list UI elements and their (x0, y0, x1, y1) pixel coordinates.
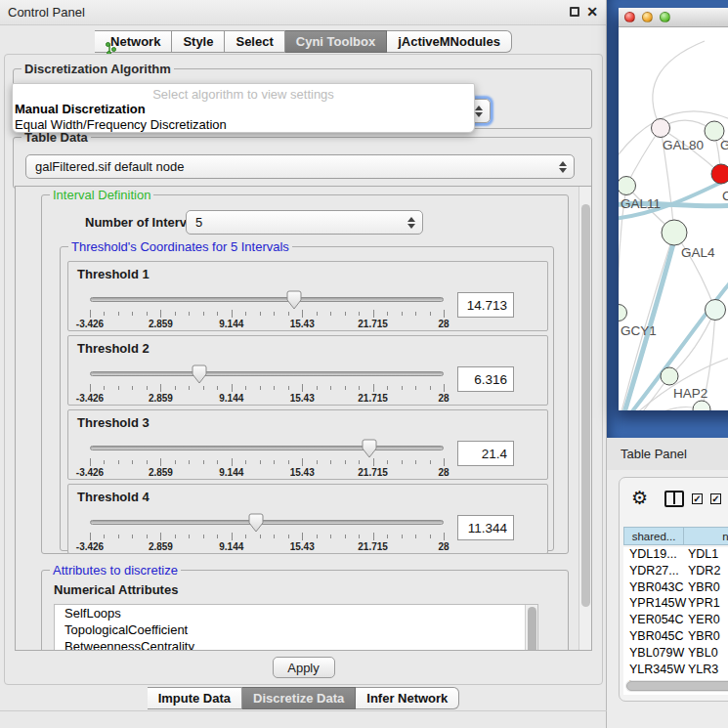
table-row[interactable]: YPR145W YPR1 (623, 596, 728, 613)
top-tab[interactable]: Cyni Toolbox (285, 30, 387, 53)
slider-handle[interactable] (362, 439, 377, 458)
bottom-tab[interactable]: Discretize Data (242, 687, 356, 709)
attribute-item[interactable]: SelfLoops (55, 605, 537, 621)
gear-icon[interactable]: ⚙ (631, 489, 648, 508)
close-window-icon[interactable] (624, 12, 635, 22)
bottom-tab[interactable]: Infer Network (356, 687, 459, 709)
cell-name: YDR2 (684, 564, 728, 580)
slider-handle[interactable] (248, 513, 264, 533)
threshold-slider[interactable]: -3.4262.8599.14415.4321.71528 (90, 437, 444, 478)
top-tab-label: Cyni Toolbox (296, 34, 375, 49)
threshold-value-input[interactable] (457, 515, 514, 540)
top-tab[interactable]: Style (172, 30, 225, 53)
node-bottom[interactable] (693, 401, 710, 410)
slider-track[interactable] (90, 446, 444, 450)
checkbox-icon[interactable]: ✓ (692, 493, 703, 504)
threshold-value-input[interactable] (457, 441, 514, 466)
control-panel: Control Panel ✕ Network Style Select (0, 0, 607, 728)
node-gal11[interactable] (619, 177, 636, 195)
combo-arrows-icon (555, 161, 571, 173)
close-panel-icon[interactable]: ✕ (586, 5, 598, 19)
network-view-window: GAL80 G. C GAL11 GAL4 GCY1 H HAP2 (619, 8, 728, 410)
checkbox-icon[interactable]: ✓ (710, 493, 721, 504)
node-label: GAL80 (663, 138, 704, 152)
split-view-icon[interactable] (664, 491, 684, 507)
bottom-tab[interactable]: Impute Data (148, 687, 242, 709)
cell-name: YER0 (684, 613, 728, 629)
algorithm-option[interactable]: Manual Discretization (13, 102, 474, 117)
table-row[interactable]: YER054C YER0 (623, 613, 728, 629)
attr-list-scrollbar[interactable] (525, 605, 537, 651)
cell-name: YBL0 (684, 646, 728, 663)
cell-shared-name: YER054C (623, 613, 684, 629)
threshold-box: Threshold 4 -3.4262.8599.14415.4321.7152… (67, 484, 548, 554)
attribute-item[interactable]: TopologicalCoefficient (55, 621, 537, 638)
threshold-box: Threshold 2 -3.4262.8599.14415.4321.7152… (67, 335, 548, 406)
table-toolbar: ⚙ ✓ ✓ (620, 484, 728, 513)
threshold-box: Threshold 3 -3.4262.8599.14415.4321.7152… (67, 409, 548, 480)
algorithm-options: Manual DiscretizationEqual Width/Frequen… (13, 102, 474, 133)
attributes-group-title: Attributes to discretize (50, 563, 181, 578)
table-row[interactable]: YLR345W YLR3 (623, 663, 728, 679)
table-row[interactable]: YBR045C YBR0 (623, 629, 728, 646)
slider-track[interactable] (90, 520, 444, 525)
panel-title: Control Panel (8, 5, 85, 20)
table-panel-card: ⚙ ✓ ✓ shared... n YDL19... YDL1 YDR27 (619, 477, 728, 702)
float-panel-icon[interactable] (570, 7, 579, 17)
cell-name: YDL1 (684, 547, 728, 564)
bottom-tab-bar: Impute Data Discretize Data Infer Networ… (0, 687, 607, 709)
node-partial-h[interactable] (706, 300, 726, 321)
top-tab[interactable]: Select (225, 30, 284, 53)
table-horizontal-scrollbar[interactable] (625, 680, 728, 692)
table-data-group: Table Data galFiltered.sif default node (13, 137, 592, 189)
numerical-attributes-list: SelfLoopsTopologicalCoefficientBetweenne… (54, 604, 538, 651)
threshold-value-input[interactable] (457, 292, 514, 318)
cell-shared-name: YBL079W (623, 646, 684, 663)
apply-button[interactable]: Apply (273, 657, 335, 678)
algorithm-option[interactable]: Equal Width/Frequency Discretization (13, 117, 474, 133)
slider-track[interactable] (90, 371, 444, 376)
num-intervals-select[interactable]: 5 (186, 210, 423, 235)
slider-handle[interactable] (192, 364, 207, 384)
top-tab[interactable]: Network (95, 30, 172, 53)
threshold-slider[interactable]: -3.4262.8599.14415.4321.71528 (90, 288, 444, 329)
settings-scroll-area: Interval Definition Number of Intervals … (15, 186, 592, 651)
network-window-titlebar[interactable] (619, 8, 728, 27)
slider-track[interactable] (90, 297, 444, 302)
table-row[interactable]: YDL19... YDL1 (623, 547, 728, 564)
column-header-shared-name[interactable]: shared... (623, 527, 684, 545)
network-nodes[interactable] (619, 119, 728, 411)
attribute-item[interactable]: BetweennessCentrality (55, 638, 537, 651)
cell-shared-name: YDR27... (623, 564, 684, 580)
table-panel: Table Panel ⚙ ✓ ✓ shared... n YDL19... Y… (607, 438, 728, 728)
node-gal4[interactable] (662, 220, 687, 245)
slider-handle[interactable] (286, 290, 302, 310)
slider-ticks (90, 384, 444, 392)
node-selected-red[interactable] (711, 164, 728, 184)
top-tab-bar: Network Style Select Cyni Toolbox jActiv… (0, 30, 607, 53)
threshold-slider[interactable]: -3.4262.8599.14415.4321.71528 (90, 363, 444, 404)
threshold-value-input[interactable] (457, 366, 514, 392)
column-header-name[interactable]: n (684, 527, 728, 545)
table-row[interactable]: YBL079W YBL0 (623, 646, 728, 663)
threshold-slider[interactable]: -3.4262.8599.14415.4321.71528 (90, 511, 444, 552)
network-canvas[interactable]: GAL80 G. C GAL11 GAL4 GCY1 H HAP2 (619, 27, 728, 410)
settings-scrollbar[interactable] (578, 187, 591, 650)
cell-name: YLR3 (684, 663, 728, 679)
table-data-select[interactable]: galFiltered.sif default node (25, 154, 575, 179)
interval-definition-group: Interval Definition Number of Intervals … (41, 194, 569, 554)
cell-shared-name: YPR145W (623, 596, 684, 613)
node-label: C (722, 189, 728, 203)
cell-shared-name: YLR345W (623, 663, 684, 679)
threshold-box: Threshold 1 -3.4262.8599.14415.4321.7152… (67, 261, 548, 331)
numerical-attributes-label: Numerical Attributes (54, 582, 178, 597)
node-gcy1[interactable] (619, 305, 627, 321)
slider-ticks (90, 458, 444, 466)
zoom-window-icon[interactable] (660, 12, 670, 22)
top-tab[interactable]: jActiveMNodules (387, 30, 512, 53)
minimize-window-icon[interactable] (642, 12, 653, 22)
node-hap2[interactable] (661, 367, 678, 385)
table-row[interactable]: YBR043C YBR0 (623, 580, 728, 597)
table-row[interactable]: YDR27... YDR2 (623, 564, 728, 580)
node-gal80[interactable] (652, 119, 670, 138)
